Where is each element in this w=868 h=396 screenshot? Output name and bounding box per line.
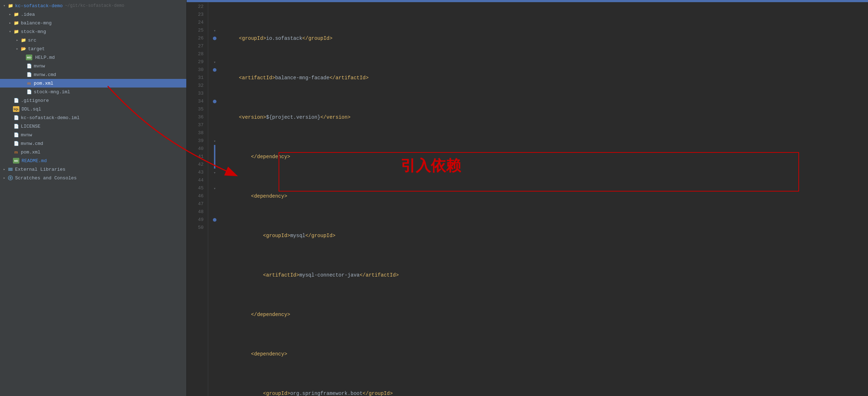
- ln-45: 45: [187, 184, 204, 192]
- gutter-dot-49: [213, 218, 216, 222]
- code-line-24: <version>${project.version}</version>: [227, 113, 868, 121]
- gutter-22: [208, 3, 221, 11]
- sidebar-item-mvnw1[interactable]: 📄 mvnw: [0, 62, 186, 70]
- target-icon: 📂: [20, 46, 27, 52]
- gutter-26: [208, 34, 221, 42]
- ln-37: 37: [187, 121, 204, 129]
- git-arrow: [7, 98, 13, 103]
- stock-iml-label: stock-mng.iml: [34, 89, 70, 95]
- mvnw1-arrow: [20, 63, 26, 69]
- ln-24: 24: [187, 19, 204, 27]
- gutter-bar-41: [214, 153, 215, 161]
- ext-libs-arrow: [1, 166, 7, 172]
- src-label: src: [28, 38, 36, 43]
- sidebar-item-pom-xml-inner[interactable]: m pom.xml: [0, 79, 186, 88]
- readme-icon: MD: [13, 158, 19, 164]
- ln-43: 43: [187, 169, 204, 176]
- mvnw2-arrow: [7, 132, 13, 138]
- ln-50: 50: [187, 224, 204, 232]
- kc-iml-arrow: [7, 115, 13, 121]
- ln-32: 32: [187, 82, 204, 90]
- ext-libs-label: External Libraries: [15, 167, 65, 172]
- sidebar-item-pom-xml-outer[interactable]: m pom.xml: [0, 148, 186, 156]
- gutter-49: [208, 216, 221, 224]
- sidebar-item-external-libs[interactable]: External Libraries: [0, 165, 186, 174]
- readme-arrow: [7, 158, 13, 164]
- ln-49: 49: [187, 216, 204, 224]
- help-arrow: [20, 55, 26, 60]
- gutter-48: [208, 208, 221, 216]
- gutter-31: [208, 74, 221, 82]
- gutter-34: [208, 98, 221, 105]
- scratches-label: Scratches and Consoles: [15, 175, 77, 181]
- code-text-30: <dependency>: [227, 350, 287, 358]
- gutter-45: ▾: [208, 184, 221, 192]
- ln-27: 27: [187, 42, 204, 50]
- scratches-icon: [7, 175, 14, 181]
- mvnw1-icon: 📄: [26, 63, 32, 69]
- ln-44: 44: [187, 176, 204, 184]
- sidebar-item-ddl-sql[interactable]: SQL DDL.sql: [0, 105, 186, 113]
- mvnw-cmd1-arrow: [20, 72, 26, 77]
- svg-rect-0: [8, 168, 13, 169]
- pom-outer-arrow: [7, 149, 13, 155]
- sidebar-item-target[interactable]: 📂 target: [0, 44, 186, 53]
- stock-iml-arrow: [20, 89, 26, 95]
- idea-arrow: [7, 11, 13, 17]
- ln-36: 36: [187, 113, 204, 121]
- sidebar-item-gitignore[interactable]: 📄 .gitignore: [0, 96, 186, 105]
- sidebar-item-stock-mng[interactable]: 📁 stock-mng: [0, 27, 186, 36]
- mvnw2-label: mvnw: [21, 132, 32, 138]
- code-content[interactable]: <groupId>io.sofastack</groupId> <artifac…: [221, 2, 868, 396]
- sidebar-item-src[interactable]: 📁 src: [0, 36, 186, 44]
- ln-47: 47: [187, 200, 204, 208]
- sidebar-item-kc-iml[interactable]: 📄 kc-sofastack-demo.iml: [0, 113, 186, 122]
- code-line-23: <artifactId>balance-mng-facade</artifact…: [227, 74, 868, 82]
- svg-rect-2: [8, 170, 13, 171]
- code-line-27: <groupId>mysql</groupId>: [227, 232, 868, 240]
- sidebar-item-balance-mng[interactable]: 📁 balance-mng: [0, 19, 186, 27]
- root-meta: ~/git/kc-sofastack-demo: [65, 3, 125, 8]
- sidebar-item-scratches[interactable]: Scratches and Consoles: [0, 174, 186, 182]
- kc-iml-icon: 📄: [13, 115, 19, 121]
- sidebar-item-readme[interactable]: MD README.md: [0, 156, 186, 165]
- stock-arrow: [7, 29, 13, 34]
- code-line-26: <dependency>: [227, 192, 868, 200]
- sidebar-root-item[interactable]: 📁 kc-sofastack-demo ~/git/kc-sofastack-d…: [0, 1, 186, 10]
- code-text-22: <groupId>io.sofastack</groupId>: [227, 34, 332, 42]
- annotation-label: 引入依赖: [401, 162, 461, 170]
- ln-48: 48: [187, 208, 204, 216]
- balance-arrow: [7, 20, 13, 26]
- gutter-bar-42: [214, 161, 215, 169]
- gutter-32: [208, 82, 221, 90]
- sidebar-item-license[interactable]: 📄 LICENSE: [0, 122, 186, 131]
- sidebar-item-mvnw2[interactable]: 📄 mvnw: [0, 131, 186, 139]
- mvnw-cmd2-label: mvnw.cmd: [21, 141, 43, 146]
- sidebar-item-mvnw-cmd1[interactable]: 📄 mvnw.cmd: [0, 70, 186, 79]
- sidebar-item-help-md[interactable]: MD HELP.md: [0, 53, 186, 62]
- ext-libs-icon: [7, 166, 14, 172]
- sidebar-item-stock-iml[interactable]: 📄 stock-mng.iml: [0, 88, 186, 96]
- gutter-dot-34: [213, 100, 216, 103]
- ln-26: 26: [187, 34, 204, 42]
- editor-area: 22 23 24 25 26 27 28 29 30 31 32 33 34 3…: [187, 0, 868, 396]
- code-text-23: <artifactId>balance-mng-facade</artifact…: [227, 74, 369, 82]
- code-line-28: <artifactId>mysql-connector-java</artifa…: [227, 271, 868, 279]
- code-text-27: <groupId>mysql</groupId>: [227, 232, 336, 240]
- sidebar-item-mvnw-cmd2[interactable]: 📄 mvnw.cmd: [0, 139, 186, 148]
- code-line-29: </dependency>: [227, 311, 868, 319]
- code-line-30: <dependency>: [227, 350, 868, 358]
- gutter-bar-40: [214, 145, 215, 153]
- gutter-41: [208, 153, 221, 161]
- code-text-28: <artifactId>mysql-connector-java</artifa…: [227, 271, 399, 279]
- code-area: 22 23 24 25 26 27 28 29 30 31 32 33 34 3…: [187, 2, 868, 396]
- gutter-38: [208, 129, 221, 137]
- ddl-arrow: [7, 106, 13, 112]
- root-label: kc-sofastack-demo: [15, 3, 63, 9]
- code-line-31: <groupId>org.springframework.boot</group…: [227, 390, 868, 396]
- sidebar-item-idea[interactable]: 📁 .idea: [0, 10, 186, 19]
- root-folder-icon: 📁: [7, 3, 14, 9]
- ln-39: 39: [187, 137, 204, 145]
- line-numbers: 22 23 24 25 26 27 28 29 30 31 32 33 34 3…: [187, 2, 208, 396]
- ln-30: 30: [187, 66, 204, 74]
